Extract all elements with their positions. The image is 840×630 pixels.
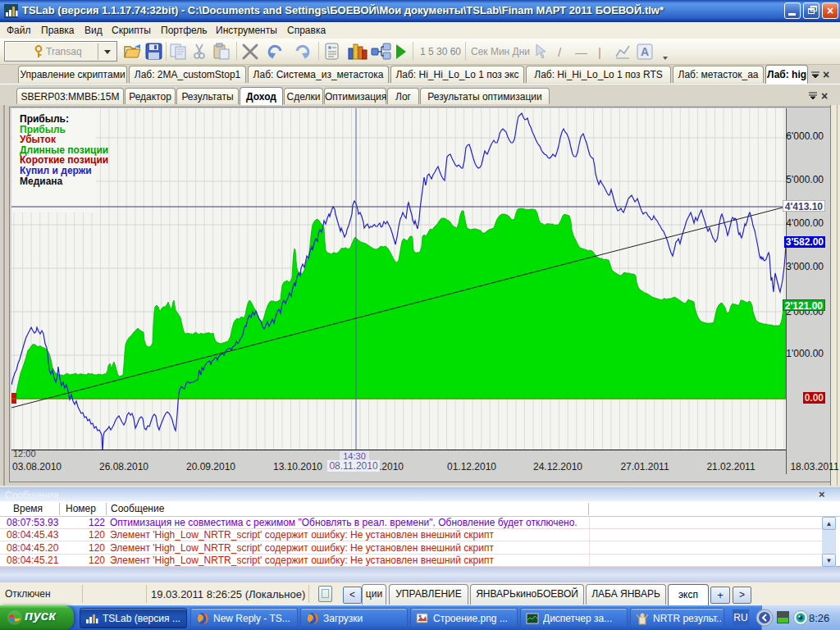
svg-text:A: A [641, 45, 649, 58]
